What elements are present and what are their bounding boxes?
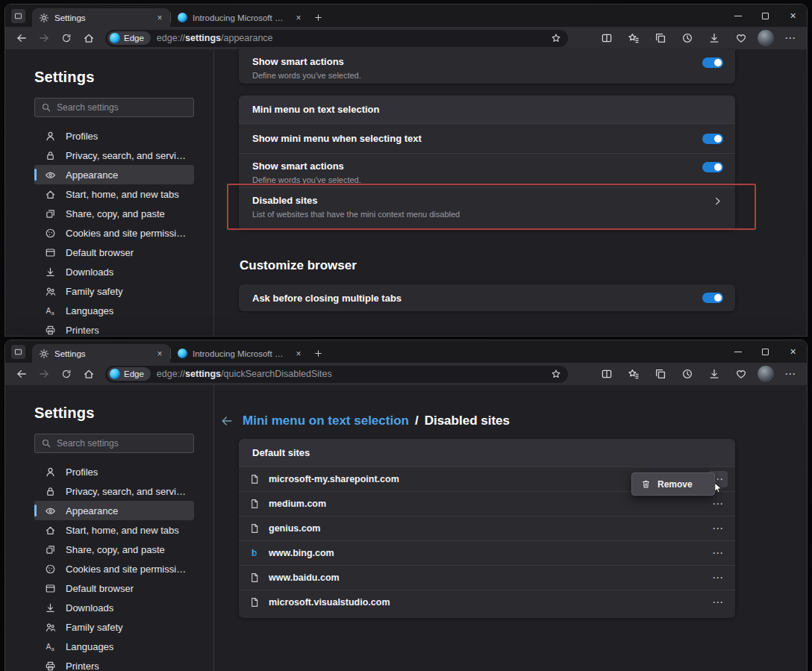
history-icon[interactable] <box>677 365 698 384</box>
document-icon <box>249 597 260 608</box>
profile-avatar[interactable] <box>758 366 774 382</box>
breadcrumb-back-icon[interactable] <box>220 414 234 428</box>
sidebar-item-appearance[interactable]: Appearance <box>34 501 194 520</box>
sidebar-item-start-home[interactable]: Start, home, and new tabs <box>34 520 194 540</box>
sidebar-item-appearance[interactable]: Appearance <box>34 165 194 184</box>
forward-button[interactable] <box>34 29 54 48</box>
disabled-sites-row[interactable]: Disabled sites List of websites that hav… <box>239 187 735 229</box>
forward-button[interactable] <box>34 365 54 384</box>
language-icon <box>45 305 56 316</box>
breadcrumb: Mini menu on text selection / Disabled s… <box>220 413 510 428</box>
sidebar-item-cookies[interactable]: Cookies and site permissions <box>34 559 194 578</box>
tab-close-icon[interactable]: × <box>154 348 166 360</box>
sidebar-item-cookies[interactable]: Cookies and site permissions <box>34 223 194 243</box>
refresh-button[interactable] <box>56 365 77 384</box>
home-button[interactable] <box>78 365 99 384</box>
sidebar-item-languages[interactable]: Languages <box>34 637 194 656</box>
history-icon[interactable] <box>677 29 698 48</box>
sidebar-title: Settings <box>34 405 213 422</box>
close-button[interactable]: × <box>779 4 807 27</box>
tab-close-icon[interactable]: × <box>293 12 304 24</box>
favorites-icon[interactable] <box>623 365 644 384</box>
sidebar-item-printers[interactable]: Printers <box>34 656 194 671</box>
browser-essentials-icon[interactable] <box>731 29 752 48</box>
site-row: www.bing.com ⋯ <box>239 540 735 565</box>
sidebar-item-profiles[interactable]: Profiles <box>34 126 194 146</box>
toggle-show-smart-actions[interactable] <box>702 57 723 68</box>
section-heading: Customize browser <box>240 258 357 273</box>
breadcrumb-link[interactable]: Mini menu on text selection <box>243 413 409 428</box>
sidebar-item-family-safety[interactable]: Family safety <box>34 617 194 637</box>
edge-site-badge[interactable]: Edge <box>107 367 151 381</box>
remove-menu-item[interactable]: Remove <box>658 479 693 490</box>
sidebar-item-share-copy[interactable]: Share, copy, and paste <box>34 204 194 223</box>
favorites-icon[interactable] <box>623 29 644 48</box>
site-more-button[interactable]: ⋯ <box>708 594 728 611</box>
tab-settings[interactable]: Settings × <box>32 8 170 27</box>
toggle-show-smart-actions-mini[interactable] <box>702 162 723 172</box>
settings-search[interactable] <box>34 98 194 117</box>
split-screen-icon[interactable] <box>596 365 617 384</box>
site-row: genius.com ⋯ <box>239 516 735 540</box>
browser-essentials-icon[interactable] <box>731 365 752 384</box>
settings-more-icon[interactable]: ⋯ <box>780 29 801 48</box>
edge-site-badge[interactable]: Edge <box>107 31 151 45</box>
sidebar-item-privacy[interactable]: Privacy, search, and services <box>34 146 194 165</box>
back-button[interactable] <box>11 365 32 384</box>
settings-search-input[interactable] <box>57 102 187 113</box>
sidebar-item-default-browser[interactable]: Default browser <box>34 243 194 262</box>
tab-edge-intro[interactable]: Introducing Microsoft Edge prev × <box>171 344 309 363</box>
split-screen-icon[interactable] <box>596 29 617 48</box>
refresh-button[interactable] <box>56 29 77 48</box>
minimize-button[interactable] <box>724 340 752 363</box>
new-tab-button[interactable] <box>309 344 328 363</box>
sidebar-item-start-home[interactable]: Start, home, and new tabs <box>34 184 194 204</box>
sidebar-item-languages[interactable]: Languages <box>34 301 194 320</box>
toggle-show-mini-menu[interactable] <box>702 134 723 144</box>
downloads-icon[interactable] <box>704 29 725 48</box>
add-favorite-icon[interactable] <box>551 33 561 43</box>
collections-icon[interactable] <box>650 365 671 384</box>
site-more-button[interactable]: ⋯ <box>708 545 728 561</box>
sidebar-item-printers[interactable]: Printers <box>34 320 194 336</box>
chevron-right-icon <box>712 196 723 207</box>
minimize-button[interactable] <box>724 4 752 27</box>
maximize-button[interactable] <box>752 340 779 363</box>
maximize-button[interactable] <box>752 4 779 27</box>
site-more-button[interactable]: ⋯ <box>708 569 728 586</box>
new-tab-button[interactable] <box>309 8 328 27</box>
site-more-button[interactable]: ⋯ <box>708 496 728 512</box>
settings-search-input[interactable] <box>57 438 187 449</box>
sidebar-item-downloads[interactable]: Downloads <box>34 598 194 617</box>
tab-close-icon[interactable]: × <box>293 348 304 360</box>
address-bar[interactable]: Edge edge://settings/appearance <box>105 30 568 47</box>
sidebar-item-privacy[interactable]: Privacy, search, and services <box>34 481 194 501</box>
toggle-ask-before-closing[interactable] <box>702 293 723 303</box>
sidebar-item-downloads[interactable]: Downloads <box>34 262 194 281</box>
profile-avatar[interactable] <box>758 30 774 46</box>
downloads-icon[interactable] <box>704 365 725 384</box>
address-bar[interactable]: Edge edge://settings/quickSearchDisabled… <box>105 366 568 383</box>
sidebar-item-profiles[interactable]: Profiles <box>34 462 194 481</box>
home-button[interactable] <box>78 29 99 48</box>
back-button[interactable] <box>11 29 32 48</box>
settings-more-icon[interactable]: ⋯ <box>780 365 801 384</box>
close-button[interactable]: × <box>779 340 807 363</box>
sidebar-item-share-copy[interactable]: Share, copy, and paste <box>34 540 194 559</box>
site-more-button[interactable]: ⋯ <box>708 520 728 537</box>
collections-icon[interactable] <box>650 29 671 48</box>
workspaces-button[interactable] <box>11 345 25 359</box>
sidebar-item-family-safety[interactable]: Family safety <box>34 281 194 301</box>
sidebar-item-default-browser[interactable]: Default browser <box>34 578 194 598</box>
toolbar: Edge edge://settings/appearance ⋯ <box>5 27 807 49</box>
url-text: edge://settings/appearance <box>157 33 545 43</box>
settings-main: Show smart actions Define words you've s… <box>214 49 807 336</box>
tab-settings[interactable]: Settings × <box>32 344 170 363</box>
tab-edge-intro[interactable]: Introducing Microsoft Edge prev × <box>171 8 309 27</box>
add-favorite-icon[interactable] <box>551 369 561 379</box>
eye-icon <box>45 505 56 516</box>
tab-label: Introducing Microsoft Edge prev <box>193 349 287 358</box>
tab-close-icon[interactable]: × <box>154 12 166 24</box>
workspaces-button[interactable] <box>11 9 25 23</box>
settings-search[interactable] <box>34 434 194 453</box>
